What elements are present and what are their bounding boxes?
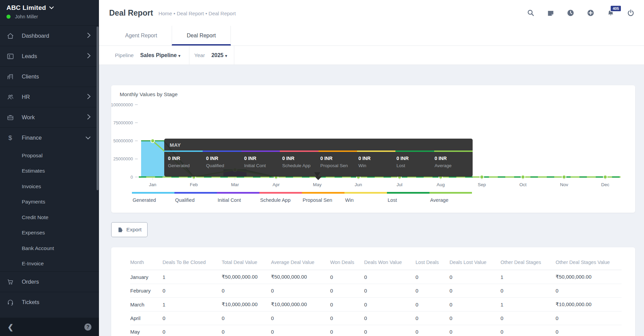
column-header: Won Deals xyxy=(330,255,364,270)
tab-deal-report[interactable]: Deal Report xyxy=(172,26,231,46)
clock-icon[interactable] xyxy=(567,9,574,17)
table-cell: 0 xyxy=(222,325,271,336)
legend-item-qualified[interactable]: Qualified xyxy=(174,192,217,203)
sidebar-item-label: Work xyxy=(22,114,35,121)
sidebar-item-orders[interactable]: Orders xyxy=(0,271,99,292)
table-cell: 0 xyxy=(450,325,501,336)
sidebar-subitem-expenses[interactable]: Expenses xyxy=(0,225,99,241)
column-header: Month xyxy=(130,255,163,270)
tooltip-item: 0 INRInitial Cont xyxy=(244,156,282,168)
table-cell: 0 xyxy=(416,312,450,325)
sidebar-subitem-invoices[interactable]: Invoices xyxy=(0,179,99,194)
legend-item-schedule-app[interactable]: Schedule App xyxy=(259,192,302,203)
column-header: Other Deal Stages Value xyxy=(556,255,622,270)
content-area: Monthly Values by Stage 1000000007500000… xyxy=(99,65,644,336)
tab-agent-report[interactable]: Agent Report xyxy=(111,26,172,46)
clients-icon xyxy=(6,73,14,81)
search-icon[interactable] xyxy=(527,9,535,17)
tooltip-pointer xyxy=(315,177,322,180)
export-button[interactable]: Export xyxy=(111,222,148,237)
sidebar-item-label: Orders xyxy=(22,279,39,285)
table-cell: 0 xyxy=(450,312,501,325)
tooltip-item: 0 INRGenerated xyxy=(168,156,206,168)
tooltip-strip-segment xyxy=(357,151,395,152)
legend-item-generated[interactable]: Generated xyxy=(132,192,174,203)
sidebar-nav: DashboardLeadsClientsHRWork$FinancePropo… xyxy=(0,25,99,318)
table-cell: 0 xyxy=(364,325,416,336)
table-cell: 0 xyxy=(450,298,501,312)
table-cell: ₹50,000,000.00 xyxy=(556,270,622,284)
breadcrumb[interactable]: Home • Deal Report • Deal Report xyxy=(158,11,236,16)
table-header-row: MonthDeals To Be ClosedTotal Deal ValueA… xyxy=(130,255,622,270)
sidebar-subitem-estimates[interactable]: Estimates xyxy=(0,163,99,179)
legend-item-average[interactable]: Average xyxy=(429,192,472,203)
export-icon xyxy=(117,227,123,233)
page-title: Deal Report xyxy=(109,8,153,18)
chart-tooltip: MAY 0 INRGenerated0 INRQualified0 INRIni… xyxy=(164,139,473,177)
sidebar-item-hr[interactable]: HR xyxy=(0,87,99,107)
sidebar-subitem-proposal[interactable]: Proposal xyxy=(0,148,99,163)
legend-item-proposal-sen[interactable]: Proposal Sen xyxy=(302,192,344,203)
x-axis-label: Jan xyxy=(149,182,156,187)
pipeline-filter-label: Pipeline xyxy=(115,52,134,58)
tooltip-strip-segment xyxy=(203,151,241,152)
tooltip-strip-segment xyxy=(395,151,434,152)
leads-icon xyxy=(6,52,14,60)
bell-icon[interactable]: 405 xyxy=(607,9,614,17)
sidebar-item-finance[interactable]: $Finance xyxy=(0,127,99,148)
x-axis-label: Aug xyxy=(437,182,445,187)
orders-icon xyxy=(6,278,14,286)
company-switcher[interactable]: ABC Limited xyxy=(6,4,99,12)
column-header: Deals Won Value xyxy=(364,255,416,270)
sidebar-subitem-bank-account[interactable]: Bank Account xyxy=(0,241,99,256)
note-icon[interactable] xyxy=(547,10,554,17)
sidebar-subitem-credit-note[interactable]: Credit Note xyxy=(0,210,99,225)
legend-item-lost[interactable]: Lost xyxy=(387,192,429,203)
table-cell: 0 xyxy=(330,325,364,336)
legend-swatch xyxy=(259,192,302,194)
table-cell: 0 xyxy=(556,312,622,325)
table-cell: 0 xyxy=(416,325,450,336)
legend-item-initial-cont[interactable]: Initial Cont xyxy=(217,192,259,203)
power-icon[interactable] xyxy=(627,9,634,17)
chart-legend: GeneratedQualifiedInitial ContSchedule A… xyxy=(132,192,472,203)
column-header: Lost Deals xyxy=(416,255,450,270)
legend-swatch xyxy=(387,192,429,194)
help-icon[interactable]: ? xyxy=(84,323,91,331)
sidebar-item-leads[interactable]: Leads xyxy=(0,46,99,66)
table-cell: 0 xyxy=(271,312,330,325)
chevron-right-icon xyxy=(87,53,91,60)
sidebar-item-dashboard[interactable]: Dashboard xyxy=(0,25,99,46)
pipeline-select[interactable]: Sales Pipeline▾ xyxy=(140,52,180,58)
sidebar-scrollbar[interactable] xyxy=(97,26,99,190)
app-root: ABC Limited John Miller DashboardLeadsCl… xyxy=(0,0,644,336)
sidebar-item-clients[interactable]: Clients xyxy=(0,66,99,87)
year-select[interactable]: 2025▾ xyxy=(211,52,227,58)
sidebar-item-tickets[interactable]: Tickets xyxy=(0,292,99,312)
sidebar-subitem-payments[interactable]: Payments xyxy=(0,194,99,210)
company-name: ABC Limited xyxy=(6,4,46,12)
tooltip-value: 0 INR xyxy=(168,156,206,161)
tooltip-strip-segment xyxy=(164,151,203,152)
collapse-sidebar-icon[interactable]: ❮ xyxy=(7,323,14,331)
tooltip-strip-segment xyxy=(319,151,357,152)
x-axis-label: Nov xyxy=(560,182,568,187)
table-cell: ₹10,000,000.00 xyxy=(271,298,330,312)
sidebar-item-work[interactable]: Work xyxy=(0,107,99,127)
chevron-down-icon xyxy=(49,6,54,10)
legend-item-win[interactable]: Win xyxy=(344,192,387,203)
legend-label: Schedule App xyxy=(259,197,302,203)
plus-icon[interactable] xyxy=(587,9,594,17)
chevron-right-icon xyxy=(87,32,91,39)
table-cell: 0 xyxy=(222,312,271,325)
average-marker xyxy=(480,175,484,179)
x-axis-label: Jun xyxy=(355,182,362,187)
tooltip-item: 0 INRLost xyxy=(396,156,435,168)
sidebar-subitem-e-invoice[interactable]: E-Invoice xyxy=(0,256,99,272)
tooltip-stage-label: Generated xyxy=(168,163,206,168)
area-generated xyxy=(141,141,164,177)
y-axis-label: 0 xyxy=(131,175,133,180)
table-row: May000000000 xyxy=(130,325,622,336)
tooltip-color-strip xyxy=(164,151,473,152)
hr-icon xyxy=(6,93,14,101)
